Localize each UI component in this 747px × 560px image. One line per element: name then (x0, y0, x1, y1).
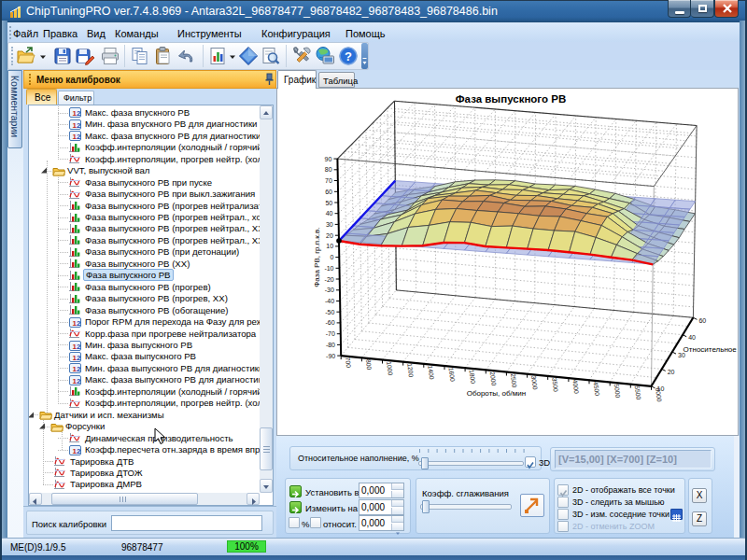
svg-text:2: 2 (77, 319, 81, 328)
svg-text:800: 800 (365, 359, 373, 371)
svg-text:20: 20 (326, 232, 333, 239)
svg-text:1200: 1200 (406, 363, 415, 378)
svg-text:2: 2 (77, 377, 81, 385)
svg-text:90: 90 (325, 156, 332, 162)
svg-text:1000: 1000 (386, 361, 394, 376)
svg-text:-80: -80 (326, 342, 335, 348)
svg-text:60: 60 (698, 317, 706, 324)
svg-text:10: 10 (326, 243, 333, 249)
svg-text:0: 0 (330, 254, 333, 260)
svg-text:2: 2 (77, 343, 81, 351)
svg-text:Обороты, об/мин: Обороты, об/мин (467, 389, 526, 398)
svg-text:3500: 3500 (551, 377, 559, 392)
svg-text:2: 2 (77, 447, 81, 455)
svg-text:40: 40 (326, 210, 333, 217)
svg-text:60: 60 (325, 189, 332, 195)
svg-text:30: 30 (326, 221, 333, 228)
svg-text:5000: 5000 (613, 384, 622, 399)
svg-text:2: 2 (77, 121, 81, 130)
svg-text:Фаза РВ, гр.п.к.в.: Фаза РВ, гр.п.к.в. (313, 227, 321, 287)
svg-text:-30: -30 (325, 287, 334, 293)
svg-text:70: 70 (325, 177, 332, 184)
svg-text:-10: -10 (324, 265, 333, 272)
svg-text:2500: 2500 (510, 373, 518, 388)
svg-text:?: ? (345, 49, 352, 63)
svg-text:Относительное н: Относительное н (684, 345, 739, 354)
svg-text:4500: 4500 (593, 382, 601, 397)
svg-text:2000: 2000 (489, 371, 498, 386)
svg-text:-70: -70 (326, 330, 335, 337)
svg-text:40: 40 (688, 334, 696, 341)
svg-text:-90: -90 (326, 353, 335, 359)
svg-text:3000: 3000 (530, 375, 539, 390)
svg-text:2: 2 (77, 109, 81, 118)
svg-text:1800: 1800 (469, 369, 477, 384)
svg-text:700: 700 (345, 357, 352, 368)
svg-text:20: 20 (668, 369, 675, 375)
svg-text:4000: 4000 (571, 379, 580, 394)
svg-text:1600: 1600 (448, 367, 457, 382)
svg-text:2: 2 (77, 354, 81, 362)
svg-text:2: 2 (77, 133, 81, 141)
svg-text:-20: -20 (325, 276, 334, 283)
svg-text:2: 2 (77, 365, 81, 373)
svg-text:-50: -50 (325, 309, 334, 315)
svg-text:Фаза выпускного РВ: Фаза выпускного РВ (456, 93, 566, 105)
svg-text:80: 80 (325, 166, 332, 173)
svg-text:50: 50 (325, 200, 332, 206)
svg-text:-40: -40 (325, 298, 334, 304)
svg-text:1400: 1400 (427, 365, 435, 380)
svg-text:-60: -60 (325, 319, 334, 326)
svg-text:10: 10 (657, 385, 665, 392)
svg-text:5500: 5500 (634, 385, 642, 400)
